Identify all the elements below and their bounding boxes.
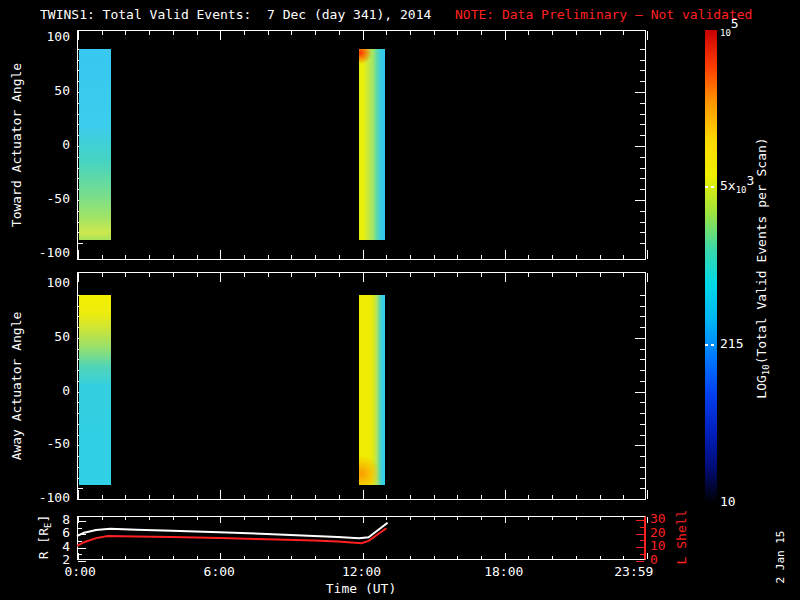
- x-axis-tick: [244, 31, 245, 35]
- x-axis-tick: [434, 495, 435, 499]
- y-tick-label: -100: [26, 245, 70, 260]
- x-axis-tick: [102, 31, 103, 35]
- colorbar-tick-label: 105: [720, 21, 739, 37]
- y-axis-tick: [640, 349, 645, 350]
- y-axis-tick: [640, 370, 645, 371]
- l-shell-axis-tick: [636, 561, 644, 562]
- time-tick-label: 12:00: [342, 564, 381, 579]
- x-axis-tick: [552, 31, 553, 35]
- colorbar-tick-dash: [705, 186, 717, 188]
- x-axis-tick: [576, 31, 577, 35]
- x-axis-tick: [125, 273, 126, 277]
- x-axis-tick: [410, 255, 411, 259]
- x-axis-tick: [623, 273, 624, 277]
- x-axis-tick: [149, 31, 150, 35]
- x-axis-tick: [78, 31, 79, 40]
- x-axis-tick: [125, 255, 126, 259]
- x-axis-tick: [434, 31, 435, 35]
- x-axis-tick: [268, 31, 269, 35]
- x-axis-tick: [315, 31, 316, 35]
- x-axis-tick: [197, 255, 198, 259]
- l-shell-tick-label: 0: [650, 552, 694, 567]
- time-tick-label: 0:00: [64, 564, 95, 579]
- x-axis-tick: [623, 495, 624, 499]
- y-axis-tick: [640, 168, 645, 169]
- x-axis-tick: [220, 250, 221, 259]
- away-heatmap-panel: [77, 272, 646, 500]
- x-axis-tick: [220, 273, 221, 282]
- r-tick-label: 2: [26, 552, 70, 567]
- r-axis-tick: [78, 561, 86, 562]
- scan-coverage-band: [359, 49, 385, 240]
- y-tick-label: 0: [26, 383, 70, 398]
- y-axis-tick: [635, 200, 645, 201]
- y-axis-tick: [640, 456, 645, 457]
- y-axis-tick: [640, 49, 645, 50]
- y-axis-tick: [640, 103, 645, 104]
- x-axis-tick: [576, 495, 577, 499]
- x-axis-tick: [410, 273, 411, 277]
- x-axis-tick: [291, 495, 292, 499]
- x-axis-tick: [647, 490, 648, 499]
- y-axis-tick: [640, 157, 645, 158]
- x-axis-tick: [647, 250, 648, 259]
- y-axis-tick: [640, 124, 645, 125]
- x-axis-tick: [78, 250, 79, 259]
- time-tick-label: 6:00: [204, 564, 235, 579]
- x-axis-tick: [410, 495, 411, 499]
- y-axis-tick: [640, 189, 645, 190]
- y-axis-tick: [640, 478, 645, 479]
- preliminary-note: NOTE: Data Preliminary – Not validated: [455, 7, 752, 22]
- y-axis-tick: [640, 316, 645, 317]
- x-axis-tick: [386, 255, 387, 259]
- away-axis-label: Away Actuator Angle: [9, 312, 24, 461]
- y-axis-tick: [635, 92, 645, 93]
- x-axis-tick: [528, 495, 529, 499]
- y-tick-label: 50: [26, 329, 70, 344]
- x-axis-tick: [363, 490, 364, 499]
- x-axis-tick: [481, 273, 482, 277]
- y-axis-tick: [78, 488, 83, 489]
- x-axis-tick: [600, 273, 601, 277]
- x-axis-tick: [315, 495, 316, 499]
- y-tick-label: 50: [26, 83, 70, 98]
- x-axis-tick: [552, 495, 553, 499]
- y-axis-tick: [640, 70, 645, 71]
- x-axis-tick: [623, 31, 624, 35]
- x-axis-tick: [410, 31, 411, 35]
- y-axis-tick: [640, 243, 645, 244]
- x-axis-tick: [149, 273, 150, 277]
- colorbar-tick-label: 215: [720, 336, 743, 352]
- x-axis-tick: [244, 273, 245, 277]
- x-axis-tick: [220, 31, 221, 40]
- x-axis-tick: [173, 31, 174, 35]
- orbit-lines: [77, 516, 646, 560]
- y-axis-tick: [640, 81, 645, 82]
- x-axis-tick: [552, 255, 553, 259]
- y-axis-tick: [640, 359, 645, 360]
- y-axis-tick: [640, 232, 645, 233]
- y-axis-tick: [640, 222, 645, 223]
- x-axis-tick: [600, 31, 601, 35]
- x-axis-tick: [363, 250, 364, 259]
- y-axis-tick: [640, 413, 645, 414]
- x-axis-tick: [78, 490, 79, 499]
- y-tick-label: 100: [26, 275, 70, 290]
- y-axis-tick: [640, 467, 645, 468]
- x-axis-tick: [434, 255, 435, 259]
- x-axis-tick: [600, 495, 601, 499]
- toward-heatmap-panel: [77, 30, 646, 260]
- x-axis-tick: [291, 273, 292, 277]
- y-axis-tick: [635, 392, 645, 393]
- y-tick-label: 0: [26, 137, 70, 152]
- y-axis-tick: [640, 135, 645, 136]
- y-axis-tick: [640, 381, 645, 382]
- x-axis-tick: [125, 31, 126, 35]
- x-axis-tick: [457, 273, 458, 277]
- x-axis-tick: [291, 31, 292, 35]
- plot-title: TWINS1: Total Valid Events: 7 Dec (day 3…: [40, 7, 431, 22]
- scan-coverage-band: [79, 295, 111, 485]
- x-axis-tick: [102, 255, 103, 259]
- x-axis-tick: [339, 31, 340, 35]
- plot-window: TWINS1: Total Valid Events: 7 Dec (day 3…: [0, 0, 800, 600]
